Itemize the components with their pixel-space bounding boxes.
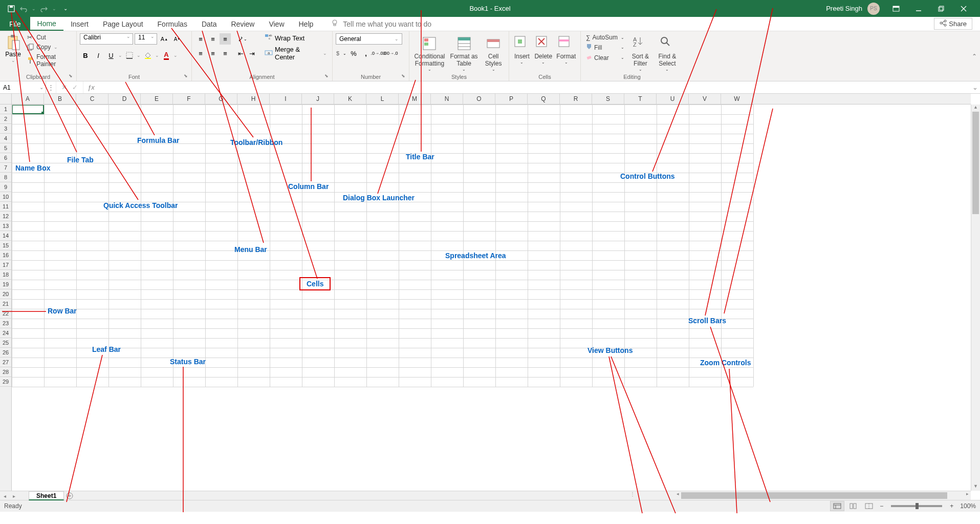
cut-button[interactable]: ✂Cut: [25, 33, 73, 41]
cell-grid[interactable]: [12, 104, 971, 491]
close-icon[interactable]: [952, 0, 975, 17]
tab-formulas[interactable]: Formulas: [150, 17, 194, 31]
user-avatar[interactable]: PS: [867, 3, 880, 15]
row-header[interactable]: 2: [0, 114, 11, 124]
row-header[interactable]: 9: [0, 182, 11, 192]
zoom-in-button[interactable]: +: [948, 502, 955, 510]
column-header[interactable]: L: [366, 94, 399, 104]
row-header[interactable]: 13: [0, 221, 11, 231]
sheet-nav-next[interactable]: ▸: [9, 491, 18, 500]
cancel-formula-icon[interactable]: ✕: [61, 83, 67, 91]
copy-button[interactable]: Copy⌄: [25, 43, 73, 51]
sort-filter-button[interactable]: AZ Sort & Filter⌄: [628, 33, 652, 72]
increase-font-icon[interactable]: A▲: [159, 33, 170, 45]
find-select-button[interactable]: Find & Select⌄: [655, 33, 680, 72]
row-header[interactable]: 14: [0, 231, 11, 241]
row-header[interactable]: 20: [0, 289, 11, 299]
share-button[interactable]: Share: [934, 18, 972, 30]
expand-formula-bar-icon[interactable]: ⌄: [970, 81, 980, 93]
orientation-button[interactable]: ⤦⌄: [235, 33, 250, 45]
zoom-level[interactable]: 100%: [960, 502, 976, 510]
row-header[interactable]: 6: [0, 153, 11, 163]
number-dialog-launcher[interactable]: ⬊: [401, 73, 407, 79]
cell-styles-button[interactable]: Cell Styles⌄: [481, 33, 506, 72]
column-header[interactable]: F: [173, 94, 205, 104]
row-header[interactable]: 10: [0, 192, 11, 202]
new-sheet-button[interactable]: [64, 491, 75, 500]
delete-cells-button[interactable]: Delete⌄: [534, 33, 553, 65]
column-header[interactable]: W: [721, 94, 753, 104]
fill-button[interactable]: Fill⌄: [584, 43, 626, 52]
row-header[interactable]: 7: [0, 163, 11, 173]
active-cell[interactable]: [12, 104, 44, 114]
tab-file[interactable]: File: [0, 17, 30, 31]
sheet-nav-prev[interactable]: ◂: [0, 491, 9, 500]
vscroll-thumb[interactable]: [972, 112, 979, 214]
column-header[interactable]: B: [44, 94, 76, 104]
row-header[interactable]: 1: [0, 104, 11, 114]
view-page-layout-icon[interactable]: [846, 501, 860, 511]
zoom-out-button[interactable]: −: [878, 502, 885, 510]
column-header[interactable]: A: [12, 94, 44, 104]
row-header[interactable]: 21: [0, 299, 11, 309]
select-all-button[interactable]: [0, 94, 12, 104]
font-dialog-launcher[interactable]: ⬊: [184, 73, 190, 79]
tab-review[interactable]: Review: [224, 17, 262, 31]
merge-center-button[interactable]: aMerge & Center⌄: [263, 45, 329, 61]
increase-indent-icon[interactable]: ⇥: [246, 48, 257, 59]
row-header[interactable]: 11: [0, 202, 11, 212]
align-top-icon[interactable]: ≡: [195, 33, 206, 45]
row-header[interactable]: 26: [0, 348, 11, 358]
decrease-font-icon[interactable]: A▼: [171, 33, 183, 45]
tab-page-layout[interactable]: Page Layout: [96, 17, 150, 31]
name-box[interactable]: A1: [0, 81, 46, 93]
column-header[interactable]: C: [76, 94, 108, 104]
row-header[interactable]: 17: [0, 260, 11, 270]
font-name-select[interactable]: Calibri⌄: [80, 33, 133, 45]
hscroll-thumb[interactable]: [681, 492, 947, 499]
font-size-select[interactable]: 11⌄: [135, 33, 157, 45]
align-middle-icon[interactable]: ≡: [207, 33, 219, 45]
align-left-icon[interactable]: ≡: [195, 48, 206, 59]
undo-icon[interactable]: [19, 5, 28, 13]
row-header[interactable]: 3: [0, 124, 11, 134]
row-header[interactable]: 5: [0, 143, 11, 153]
decrease-decimal-icon[interactable]: .00→.0: [385, 48, 396, 59]
qat-customize-icon[interactable]: ⌄: [63, 6, 68, 11]
column-header[interactable]: R: [560, 94, 592, 104]
column-header[interactable]: V: [689, 94, 721, 104]
column-header[interactable]: Q: [528, 94, 560, 104]
row-header[interactable]: 24: [0, 328, 11, 338]
alignment-dialog-launcher[interactable]: ⬊: [324, 73, 331, 79]
tab-help[interactable]: Help: [292, 17, 321, 31]
tellme-input[interactable]: Tell me what you want to do: [343, 20, 431, 28]
align-right-icon[interactable]: ≡: [220, 48, 231, 59]
row-header[interactable]: 22: [0, 309, 11, 319]
row-header[interactable]: 29: [0, 377, 11, 387]
comma-icon[interactable]: ,: [360, 48, 372, 59]
row-header[interactable]: 12: [0, 212, 11, 221]
column-header[interactable]: J: [302, 94, 334, 104]
row-header[interactable]: 18: [0, 270, 11, 280]
user-name[interactable]: Preeti Singh: [826, 5, 862, 12]
italic-button[interactable]: I: [93, 50, 104, 61]
bold-button[interactable]: B: [80, 50, 91, 61]
row-header[interactable]: 16: [0, 250, 11, 260]
clear-button[interactable]: Clear⌄: [584, 53, 626, 62]
number-format-select[interactable]: General⌄: [336, 33, 402, 45]
underline-button[interactable]: U: [105, 50, 117, 61]
tab-data[interactable]: Data: [194, 17, 224, 31]
row-header[interactable]: 28: [0, 367, 11, 377]
column-header[interactable]: D: [108, 94, 141, 104]
font-color-button[interactable]: A: [161, 50, 172, 61]
wrap-text-button[interactable]: abcWrap Text: [263, 33, 329, 43]
column-header[interactable]: S: [592, 94, 624, 104]
sheet-tab[interactable]: Sheet1: [29, 491, 64, 500]
percent-icon[interactable]: %: [348, 48, 359, 59]
format-as-table-button[interactable]: Format as Table⌄: [449, 33, 479, 72]
column-header[interactable]: P: [495, 94, 528, 104]
view-normal-icon[interactable]: [830, 501, 844, 511]
row-header[interactable]: 15: [0, 241, 11, 250]
align-center-icon[interactable]: ≡: [207, 48, 219, 59]
formula-input[interactable]: [99, 81, 970, 93]
